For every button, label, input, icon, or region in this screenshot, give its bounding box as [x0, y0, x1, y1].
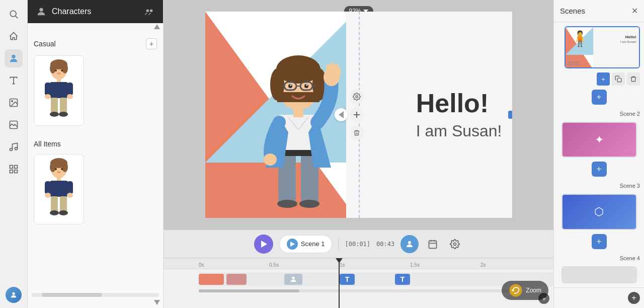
svg-point-40 — [57, 171, 61, 173]
ruler-mark-05s: 0.5s — [269, 262, 279, 268]
add-scene-dot-1[interactable]: + — [558, 90, 640, 105]
character-figure-casual — [39, 59, 79, 122]
svg-point-33 — [59, 112, 68, 117]
svg-point-45 — [45, 193, 51, 198]
panel-title: Characters — [52, 7, 139, 16]
track-item-text2[interactable]: T — [395, 274, 410, 285]
sidebar-item-home[interactable] — [5, 27, 23, 45]
sidebar-item-music[interactable] — [5, 138, 23, 156]
scenes-title: Scenes — [560, 7, 585, 15]
add-scene-button-2[interactable]: + — [592, 162, 607, 177]
timeline-ruler: 0s 0.5s 1s 1.5s 2s — [164, 258, 553, 269]
user-avatar[interactable] — [6, 287, 22, 303]
mini-bg-right — [593, 27, 639, 67]
svg-point-23 — [57, 72, 61, 74]
casual-add-button[interactable]: + — [146, 38, 157, 49]
trash-icon[interactable] — [350, 126, 364, 140]
sidebar-item-shape[interactable] — [5, 160, 23, 178]
mini-character: 🧍 — [571, 30, 589, 47]
svg-point-39 — [61, 168, 63, 170]
svg-point-95 — [512, 289, 514, 291]
play-button[interactable] — [254, 235, 273, 254]
svg-point-46 — [67, 193, 73, 198]
canvas-tools — [350, 90, 364, 140]
scene-1-add-button[interactable]: + — [597, 72, 610, 86]
character-card-all[interactable] — [34, 154, 84, 224]
svg-point-54 — [356, 96, 358, 98]
canvas-container: 93% — [164, 0, 553, 229]
casual-grid — [32, 53, 159, 128]
ruler-mark-0s: 0s — [199, 262, 204, 268]
scene-play-icon — [287, 239, 298, 250]
scenes-add-button[interactable]: + — [628, 292, 640, 304]
svg-rect-44 — [67, 181, 73, 194]
character-card-casual[interactable] — [34, 55, 84, 126]
all-items-title: All Items — [34, 140, 61, 148]
collapse-panel-button[interactable] — [335, 108, 348, 121]
svg-point-22 — [61, 69, 63, 71]
svg-point-0 — [10, 11, 16, 17]
svg-point-15 — [150, 9, 153, 12]
scene-avatar-button[interactable] — [400, 235, 419, 253]
svg-rect-9 — [15, 166, 18, 169]
scene-1-copy-button[interactable] — [612, 72, 625, 86]
section-all-items: All Items — [32, 136, 159, 152]
settings-icon[interactable] — [447, 236, 463, 252]
track-item-orange1[interactable] — [199, 274, 224, 285]
track-item-character[interactable] — [284, 274, 302, 285]
svg-rect-11 — [10, 170, 13, 173]
timeline-scrollbar[interactable] — [199, 289, 518, 292]
scene-name: Scene 1 — [301, 240, 325, 248]
scroll-up[interactable] — [28, 23, 163, 30]
scene-1-time: 00:02 — [568, 61, 580, 66]
svg-point-2 — [12, 55, 15, 58]
plus-icon[interactable] — [350, 108, 364, 122]
calendar-icon[interactable] — [425, 236, 441, 252]
zoom-swirl-icon — [509, 283, 523, 297]
sidebar-item-search[interactable] — [5, 5, 23, 23]
scene-1-delete-button[interactable] — [627, 72, 640, 86]
svg-rect-87 — [429, 241, 437, 248]
scene-thumbnail-3[interactable]: ⬡ — [561, 194, 637, 229]
svg-rect-48 — [60, 196, 67, 212]
horizontal-scrollbar[interactable] — [32, 293, 159, 297]
sidebar-item-landscape[interactable] — [5, 116, 23, 134]
track-item-text1[interactable]: T — [340, 274, 355, 285]
zoom-control[interactable]: Zoom — [502, 281, 548, 300]
scroll-down[interactable] — [28, 299, 163, 308]
svg-point-76 — [290, 85, 291, 86]
add-scene-dot-3[interactable]: + — [558, 234, 640, 249]
add-scene-dot-2[interactable]: + — [558, 162, 640, 177]
scenes-close-button[interactable]: ✕ — [631, 6, 638, 16]
sidebar-item-text[interactable] — [5, 71, 23, 90]
svg-point-49 — [50, 210, 59, 215]
scene-thumbnail-4[interactable] — [561, 266, 637, 283]
scene-thumb-content-3: ⬡ — [562, 195, 636, 228]
sidebar-item-media[interactable] — [5, 94, 23, 112]
gear-icon[interactable] — [350, 90, 364, 104]
scene-label-3: Scene 3 — [558, 181, 640, 190]
scene-play-button[interactable]: Scene 1 — [279, 235, 333, 253]
scene-thumbnail-1[interactable]: 🧍 Hello! I am Susan! 00:02 — [565, 26, 640, 68]
scene-3-icon: ⬡ — [562, 195, 636, 228]
playhead-head — [336, 258, 343, 263]
track-1: T T — [199, 272, 553, 286]
svg-point-28 — [45, 94, 51, 99]
svg-point-36 — [50, 162, 56, 172]
scenes-panel: Scenes ✕ 🧍 Hello! I am Susan! 00:02 — [553, 0, 644, 308]
casual-title: Casual — [34, 40, 56, 48]
right-handle[interactable] — [508, 111, 512, 119]
sidebar-item-character[interactable] — [5, 49, 23, 67]
scene-thumbnail-2[interactable]: ✦ — [561, 122, 637, 158]
svg-rect-27 — [67, 83, 73, 96]
track-item-salmon[interactable] — [226, 274, 247, 285]
panel-header-group-icon[interactable] — [144, 6, 155, 17]
add-scene-button-3[interactable]: + — [592, 234, 607, 249]
add-scene-button-1[interactable]: + — [592, 90, 607, 105]
scene-4-text: Scene 4 — [620, 255, 640, 261]
svg-point-21 — [55, 69, 57, 71]
timeline-scrollbar-thumb[interactable] — [199, 289, 299, 292]
timeline-tracks: T T — [164, 269, 553, 289]
divider — [338, 238, 339, 250]
playhead[interactable] — [339, 258, 340, 308]
